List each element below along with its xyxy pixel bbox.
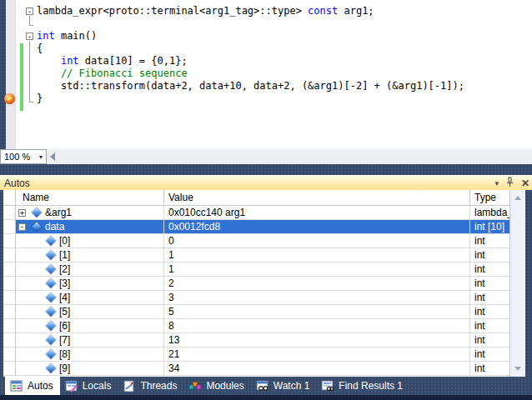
value-cell[interactable]: 13 <box>164 333 470 348</box>
row-margin-cell <box>3 206 16 220</box>
name-cell[interactable]: [3] <box>16 277 164 291</box>
autos-tool-window: Autos ▾ ✕ Name Value Type +&arg10x010cc1… <box>0 175 532 377</box>
name-cell[interactable]: [0] <box>16 234 164 248</box>
code-line[interactable]: -int main() <box>0 30 532 42</box>
table-row[interactable]: [5]5int <box>3 305 509 319</box>
autos-title-bar[interactable]: Autos ▾ ✕ <box>0 175 532 190</box>
type-cell: int <box>470 319 509 333</box>
type-cell: int <box>470 248 509 262</box>
row-margin-cell <box>3 305 16 319</box>
value-cell[interactable]: 0x0012fcd8 <box>164 220 470 234</box>
type-cell: int <box>470 362 509 376</box>
code-line[interactable]: { <box>0 42 532 55</box>
chevron-down-icon: ▾ <box>39 153 43 161</box>
fold-collapse-icon[interactable]: - <box>26 32 33 40</box>
code-line[interactable]: -lambda_expr<proto::terminal<arg1_tag>::… <box>0 5 532 18</box>
name-cell[interactable]: -data <box>16 220 164 234</box>
scroll-left-arrow-icon[interactable] <box>50 152 55 161</box>
name-cell[interactable]: [9] <box>16 362 164 376</box>
code-line[interactable] <box>0 18 532 30</box>
value-cell[interactable]: 1 <box>164 262 470 277</box>
watch-icon <box>256 380 269 392</box>
type-cell: lambda_ <box>470 206 509 220</box>
code-line[interactable]: } <box>0 92 532 105</box>
editor-bottom-bar: 100 % ▾ <box>0 149 532 164</box>
variable-icon <box>46 349 55 358</box>
value-cell[interactable]: 1 <box>164 248 470 262</box>
fold-collapse-icon[interactable]: - <box>26 8 33 15</box>
row-margin-cell <box>3 291 16 305</box>
name-cell[interactable]: [7] <box>16 333 164 348</box>
tab-locals[interactable]: Locals <box>60 377 118 395</box>
variable-name: [9] <box>59 362 70 374</box>
name-cell[interactable]: [4] <box>16 291 164 305</box>
code-lines: -lambda_expr<proto::terminal<arg1_tag>::… <box>0 5 532 105</box>
variable-icon <box>46 236 55 245</box>
table-row[interactable]: [9]34int <box>3 362 509 376</box>
name-cell[interactable]: +&arg1 <box>16 206 164 220</box>
code-line[interactable]: std::transform(data+2, data+10, data+2, … <box>0 80 532 92</box>
autos-grid-icon <box>10 380 23 392</box>
pin-icon[interactable] <box>506 177 514 190</box>
vertical-scrollbar[interactable] <box>509 190 525 377</box>
scroll-up-arrow-icon[interactable] <box>514 196 521 200</box>
column-header-value[interactable]: Value <box>164 190 470 205</box>
tab-watch-1[interactable]: Watch 1 <box>251 377 317 395</box>
name-cell[interactable]: [1] <box>16 248 164 262</box>
tab-find-results-1[interactable]: Find Results 1 <box>316 377 409 395</box>
table-row[interactable]: [8]21int <box>3 348 509 362</box>
variable-name: [0] <box>59 235 70 247</box>
value-cell[interactable]: 2 <box>164 277 470 291</box>
code-text: lambda_expr<proto::terminal<arg1_tag>::t… <box>37 5 374 18</box>
variable-name: [2] <box>59 263 70 275</box>
tab-modules[interactable]: Modules <box>183 377 250 395</box>
expand-icon[interactable]: + <box>18 209 26 217</box>
type-cell: int [10] <box>470 220 509 234</box>
name-cell[interactable]: [5] <box>16 305 164 319</box>
autos-variable-grid: Name Value Type +&arg10x010cc140 arg1lam… <box>3 190 525 377</box>
table-row[interactable]: [1]1int <box>3 248 509 262</box>
table-row[interactable]: [2]1int <box>3 262 509 277</box>
code-text: { <box>37 42 43 55</box>
value-cell[interactable]: 8 <box>164 319 470 333</box>
modules-icon <box>188 380 202 392</box>
variable-icon <box>32 222 41 231</box>
tab-autos[interactable]: Autos <box>5 377 60 395</box>
window-position-icon[interactable]: ▾ <box>494 176 499 191</box>
type-cell: int <box>470 234 509 248</box>
type-cell: int <box>470 277 509 291</box>
name-cell[interactable]: [2] <box>16 262 164 277</box>
value-cell[interactable]: 5 <box>164 305 470 319</box>
column-header-type[interactable]: Type <box>470 190 509 205</box>
value-cell[interactable]: 21 <box>164 348 470 362</box>
name-cell[interactable]: [8] <box>16 348 164 362</box>
tab-label: Locals <box>83 380 112 392</box>
zoom-level-dropdown[interactable]: 100 % ▾ <box>0 149 47 164</box>
table-row[interactable]: -data0x0012fcd8int [10] <box>3 220 509 234</box>
collapse-icon[interactable]: - <box>18 223 26 231</box>
table-row[interactable]: [0]0int <box>3 234 509 248</box>
code-line[interactable]: // Fibonacci sequence <box>0 68 532 80</box>
name-cell[interactable]: [6] <box>16 319 164 333</box>
table-row[interactable]: [3]2int <box>3 277 509 291</box>
table-row[interactable]: [7]13int <box>3 333 509 348</box>
variable-icon <box>46 335 55 344</box>
scroll-down-arrow-icon[interactable] <box>514 367 521 371</box>
tab-threads[interactable]: Threads <box>118 377 183 395</box>
code-editor[interactable]: -lambda_expr<proto::terminal<arg1_tag>::… <box>0 0 532 149</box>
value-cell[interactable]: 0 <box>164 234 470 248</box>
table-row[interactable]: [4]3int <box>3 291 509 305</box>
horizontal-scrollbar[interactable] <box>47 149 532 164</box>
value-cell[interactable]: 0x010cc140 arg1 <box>164 206 470 220</box>
tab-label: Modules <box>206 380 243 392</box>
variable-icon <box>46 278 55 288</box>
code-line[interactable]: int data[10] = {0,1}; <box>0 55 532 68</box>
row-margin-cell <box>3 220 16 234</box>
close-icon[interactable]: ✕ <box>521 176 529 191</box>
variable-name: [8] <box>59 348 70 360</box>
value-cell[interactable]: 3 <box>164 291 470 305</box>
column-header-name[interactable]: Name <box>16 190 164 205</box>
value-cell[interactable]: 34 <box>164 362 470 376</box>
table-row[interactable]: [6]8int <box>3 319 509 333</box>
table-row[interactable]: +&arg10x010cc140 arg1lambda_ <box>3 206 509 220</box>
